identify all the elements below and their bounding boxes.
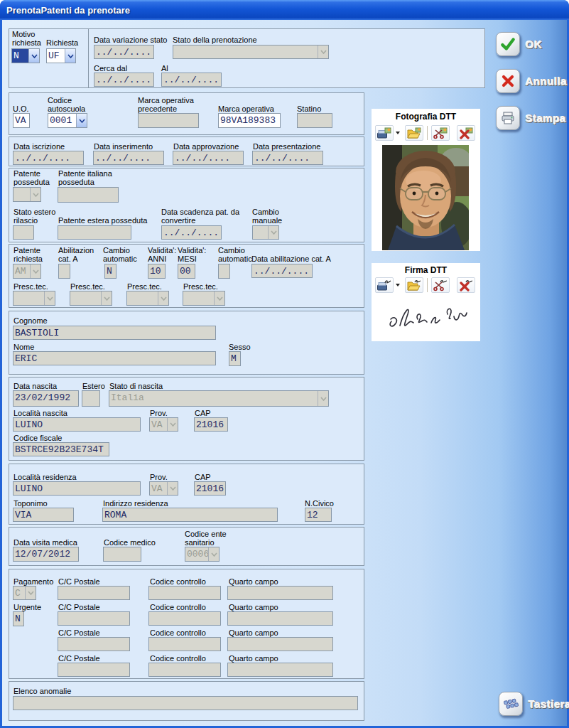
- data-inserimento-field[interactable]: ../../....: [93, 151, 164, 165]
- annulla-button-label[interactable]: Annulla: [526, 75, 568, 87]
- codice-controllo-field-1[interactable]: [148, 586, 221, 600]
- elenco-anomalie-field[interactable]: [13, 696, 358, 710]
- chevron-down-icon[interactable]: [395, 131, 401, 135]
- patente-richiesta-label2: richiesta: [13, 255, 43, 263]
- al-field[interactable]: ../../....: [161, 73, 222, 87]
- nome-field[interactable]: ERIC: [13, 351, 216, 365]
- uo-field[interactable]: VA: [13, 113, 30, 128]
- quarto-campo-field-4[interactable]: [227, 663, 333, 677]
- richiesta-combo[interactable]: UF: [46, 48, 76, 63]
- chevron-down-icon: [158, 291, 168, 305]
- estero-label: Estero: [82, 382, 105, 390]
- cc-postale-field-3[interactable]: [58, 637, 130, 651]
- data-visita-field[interactable]: 12/07/2012: [13, 547, 79, 562]
- presc-tec-combo-1: [13, 291, 55, 306]
- quarto-campo-field-2[interactable]: [227, 611, 333, 626]
- data-iscrizione-field[interactable]: ../../....: [13, 151, 84, 165]
- data-abilitazione-field[interactable]: ../../....: [251, 264, 313, 278]
- cap-nascita-label: CAP: [195, 409, 211, 417]
- window-title: PrenotaPatenti da prenotare: [6, 5, 130, 16]
- prov-residenza-value: VA: [150, 482, 167, 495]
- richiesta-value: UF: [47, 49, 65, 63]
- patente-estera-field[interactable]: [58, 225, 131, 240]
- cap-residenza-field[interactable]: 21016: [194, 481, 226, 496]
- stato-estero-field[interactable]: [13, 225, 34, 240]
- toponimo-field[interactable]: VIA: [13, 508, 74, 522]
- cc-postale-field-4[interactable]: [58, 663, 130, 677]
- cambio-automatico-field[interactable]: N: [104, 264, 116, 279]
- chevron-down-icon[interactable]: [395, 283, 401, 287]
- validita-anni-field[interactable]: 10: [148, 264, 166, 279]
- chevron-down-icon[interactable]: [65, 49, 75, 63]
- validita-mesi-field[interactable]: 00: [178, 264, 195, 279]
- data-variazione-label: Data variazione stato: [94, 36, 167, 44]
- open-signature-icon[interactable]: [405, 277, 423, 293]
- urgente-field[interactable]: N: [13, 611, 24, 626]
- codice-controllo-field-3[interactable]: [148, 637, 221, 651]
- estero-field[interactable]: [82, 390, 100, 407]
- annulla-button[interactable]: [496, 69, 520, 93]
- cc-postale-field-2[interactable]: [58, 611, 130, 626]
- localita-nascita-field[interactable]: LUINO: [13, 417, 141, 432]
- delete-photo-icon[interactable]: [457, 125, 475, 141]
- cc-postale-label-4: C/C Postale: [58, 654, 100, 663]
- tastiera-button-label[interactable]: Tastiera: [529, 698, 569, 710]
- cambio-automatico-label: Cambio: [103, 246, 130, 255]
- ok-button-label[interactable]: OK: [526, 38, 543, 50]
- acquire-signature-icon[interactable]: [375, 277, 394, 293]
- codice-controllo-field-2[interactable]: [148, 611, 221, 626]
- motivo-richiesta-combo[interactable]: N: [11, 48, 40, 63]
- abilitazione-cata-field[interactable]: [58, 264, 70, 279]
- title-bar: PrenotaPatenti da prenotare: [0, 0, 569, 20]
- indirizzo-residenza-field[interactable]: ROMA: [102, 508, 278, 522]
- data-approvazione-label: Data approvazione: [173, 142, 239, 151]
- delete-signature-icon[interactable]: [457, 277, 475, 293]
- stampa-button-label[interactable]: Stampa: [526, 112, 566, 124]
- nome-label: Nome: [13, 343, 34, 351]
- chevron-down-icon: [208, 547, 219, 561]
- cut-photo-icon[interactable]: [431, 125, 450, 141]
- data-approvazione-field[interactable]: ../../....: [173, 151, 244, 165]
- codice-ente-label2: sanitario: [185, 538, 215, 547]
- printer-icon: [500, 110, 516, 126]
- cap-nascita-field[interactable]: 21016: [194, 417, 228, 432]
- sesso-field[interactable]: M: [229, 351, 241, 366]
- elenco-anomalie-label: Elenco anomalie: [13, 687, 71, 695]
- ok-button[interactable]: [496, 32, 520, 56]
- indirizzo-residenza-label: Indirizzo residenza: [103, 499, 168, 508]
- cut-signature-icon[interactable]: [431, 277, 450, 293]
- quarto-campo-field-1[interactable]: [227, 586, 333, 600]
- cambio-manuale-label2: manuale: [252, 216, 282, 225]
- localita-residenza-field[interactable]: LUINO: [13, 481, 141, 496]
- stampa-button[interactable]: [496, 106, 520, 130]
- toponimo-label: Toponimo: [13, 499, 48, 508]
- codice-autoscuola-combo[interactable]: 0001: [48, 113, 87, 128]
- cc-postale-field-1[interactable]: [58, 586, 130, 600]
- cognome-label: Cognome: [13, 316, 48, 325]
- scadenza-convertire-field[interactable]: ../../....: [161, 225, 222, 240]
- prov-nascita-value: VA: [150, 418, 167, 431]
- tastiera-button[interactable]: [499, 692, 523, 716]
- cerca-dal-field[interactable]: ../../....: [94, 73, 154, 87]
- data-presentazione-field[interactable]: ../../....: [252, 151, 323, 165]
- acquire-photo-icon[interactable]: [375, 125, 394, 141]
- data-variazione-field[interactable]: ../../....: [94, 45, 154, 59]
- ncivico-field[interactable]: 12: [305, 508, 332, 522]
- codice-medico-field[interactable]: [103, 547, 141, 562]
- codice-controllo-field-4[interactable]: [148, 663, 221, 677]
- marca-operativa-field[interactable]: 98VA189383: [218, 113, 281, 128]
- chevron-down-icon[interactable]: [28, 49, 39, 63]
- chevron-down-icon[interactable]: [76, 114, 87, 127]
- open-photo-icon[interactable]: [405, 125, 423, 141]
- codice-ente-combo: 0006: [185, 547, 220, 562]
- patente-italiana-field[interactable]: [58, 187, 119, 203]
- data-visita-label: Data visita medica: [13, 538, 77, 547]
- codice-fiscale-field[interactable]: BSTRCE92B23E734T: [13, 442, 109, 456]
- cambio-automatico2-field[interactable]: [218, 264, 230, 279]
- presc-tec-label-3: Presc.tec.: [127, 282, 162, 291]
- data-nascita-field[interactable]: 23/02/1992: [13, 390, 79, 407]
- cap-residenza-label: CAP: [195, 473, 211, 481]
- quarto-campo-field-3[interactable]: [227, 637, 333, 651]
- chevron-down-icon: [214, 291, 224, 305]
- cognome-field[interactable]: BASTIOLI: [13, 326, 216, 340]
